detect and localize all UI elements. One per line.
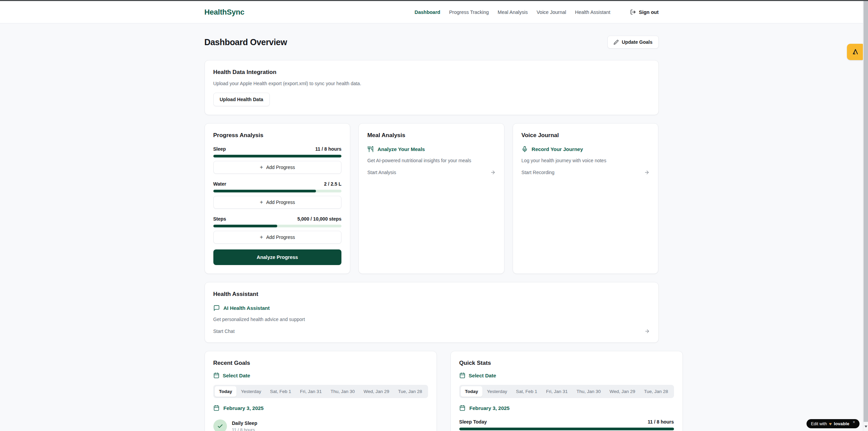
sleep-today-metric: Sleep Today 11 / 8 hours + Add Progress — [459, 419, 674, 431]
edit-with-lovable-badge[interactable]: Edit with ♥ lovable × — [807, 419, 860, 428]
metric-progress-bar — [213, 190, 342, 192]
page-title: Dashboard Overview — [205, 37, 287, 47]
nav-item[interactable]: Dashboard — [414, 10, 440, 15]
voice-journal-description: Log your health journey with voice notes — [521, 158, 650, 163]
nav-item[interactable]: Health Assistant — [575, 10, 610, 15]
date-tab[interactable]: Yesterday — [482, 386, 512, 397]
arrow-right-icon — [644, 329, 650, 334]
browser-top-strip — [0, 0, 868, 1]
add-progress-button[interactable]: + Add Progress — [213, 231, 342, 244]
lovable-brand-label: lovable — [834, 421, 849, 426]
goal-list-item: Daily Sleep 11 / 8 hours — [213, 419, 428, 431]
date-tab[interactable]: Sat, Feb 1 — [266, 386, 296, 397]
date-tab[interactable]: Wed, Jan 29 — [359, 386, 394, 397]
top-navbar: HealthSync DashboardProgress TrackingMea… — [0, 0, 863, 23]
health-assistant-description: Get personalized health advice and suppo… — [213, 317, 650, 322]
metric-label: Sleep — [213, 146, 226, 152]
metrics-list: Sleep 11 / 8 hours + Add Progress Water … — [213, 146, 342, 244]
date-tab[interactable]: Wed, Jan 29 — [605, 386, 640, 397]
voice-journal-title: Voice Journal — [521, 132, 650, 139]
metric-label: Steps — [213, 216, 226, 222]
nav-item[interactable]: Meal Analysis — [498, 10, 528, 15]
start-recording-row[interactable]: Start Recording — [521, 170, 650, 175]
add-progress-button[interactable]: + Add Progress — [213, 196, 342, 209]
plus-icon: + — [260, 234, 263, 240]
calendar-icon — [213, 372, 219, 378]
progress-analysis-card: Progress Analysis Sleep 11 / 8 hours + A… — [205, 123, 351, 274]
start-analysis-label: Start Analysis — [367, 170, 396, 175]
date-tab[interactable]: Fri, Jan 31 — [296, 386, 326, 397]
start-recording-label: Start Recording — [521, 170, 554, 175]
sign-out-icon — [630, 9, 636, 15]
ai-health-assistant-link[interactable]: AI Health Assistant — [213, 305, 650, 311]
page-scrollbar — [863, 1, 868, 431]
hdi-description: Upload your Apple Health export (export.… — [213, 81, 650, 86]
date-tab[interactable]: Today — [461, 386, 483, 397]
brand-logo[interactable]: HealthSync — [205, 8, 245, 17]
recent-goals-title: Recent Goals — [213, 360, 428, 367]
side-panel-badge-button[interactable] — [847, 44, 864, 60]
scrollbar-down-button[interactable] — [863, 422, 868, 431]
metric-value: 11 / 8 hours — [315, 146, 341, 152]
pencil-icon — [614, 40, 619, 45]
select-date-label: Select Date — [223, 373, 250, 378]
date-tab[interactable]: Sat, Feb 1 — [512, 386, 542, 397]
recent-goals-select-date[interactable]: Select Date — [213, 372, 428, 378]
date-tab[interactable]: Thu, Jan 30 — [572, 386, 605, 397]
progress-metric: Steps 5,000 / 10,000 steps + Add Progres… — [213, 216, 342, 244]
goal-complete-check-icon — [213, 419, 227, 431]
recent-goals-current-date[interactable]: February 3, 2025 — [213, 405, 428, 411]
quick-stats-select-date[interactable]: Select Date — [459, 372, 674, 378]
upload-health-data-button[interactable]: Upload Health Data — [213, 93, 270, 106]
arrow-right-icon — [644, 170, 650, 175]
heart-icon: ♥ — [829, 421, 832, 426]
analyze-your-meals-label: Analyze Your Meals — [377, 146, 425, 152]
calendar-icon — [459, 372, 465, 378]
date-tab[interactable]: Tue, Jan 28 — [394, 386, 427, 397]
stat-value: 11 / 8 hours — [648, 419, 674, 425]
chat-bubble-icon — [213, 305, 220, 311]
record-your-journey-link[interactable]: Record Your Journey — [521, 146, 650, 152]
date-tab[interactable]: Tue, Jan 28 — [640, 386, 673, 397]
quick-stats-date-tabs: TodayYesterdaySat, Feb 1Fri, Jan 31Thu, … — [459, 385, 674, 398]
start-analysis-row[interactable]: Start Analysis — [367, 170, 496, 175]
recent-goals-card: Recent Goals Select Date TodayYesterdayS… — [205, 351, 437, 431]
update-goals-label: Update Goals — [622, 39, 652, 45]
date-tab[interactable]: Today — [215, 386, 237, 397]
meal-analysis-description: Get AI-powered nutritional insights for … — [367, 158, 496, 163]
goal-name: Daily Sleep — [232, 420, 258, 426]
hdi-title: Health Data Integration — [213, 69, 650, 76]
select-date-label: Select Date — [469, 373, 496, 378]
date-tab[interactable]: Yesterday — [236, 386, 266, 397]
update-goals-button[interactable]: Update Goals — [607, 36, 658, 49]
current-date-label: February 3, 2025 — [224, 405, 264, 411]
calendar-icon — [213, 405, 219, 411]
quick-stats-title: Quick Stats — [459, 360, 674, 367]
quick-stats-current-date[interactable]: February 3, 2025 — [459, 405, 674, 411]
add-progress-button[interactable]: + Add Progress — [213, 161, 342, 174]
nav-item[interactable]: Voice Journal — [536, 10, 566, 15]
progress-metric: Water 2 / 2.5 L + Add Progress — [213, 181, 342, 209]
sign-out-button[interactable]: Sign out — [630, 9, 659, 15]
date-tab[interactable]: Thu, Jan 30 — [326, 386, 359, 397]
microphone-icon — [521, 146, 528, 152]
goal-value: 11 / 8 hours — [232, 427, 258, 431]
sleep-today-progress-bar — [459, 428, 674, 430]
analyze-your-meals-link[interactable]: Analyze Your Meals — [367, 146, 496, 152]
utensils-icon — [367, 146, 374, 152]
analyze-progress-button[interactable]: Analyze Progress — [213, 249, 342, 265]
nav-item[interactable]: Progress Tracking — [449, 10, 489, 15]
add-progress-label: Add Progress — [266, 200, 295, 205]
add-progress-label: Add Progress — [266, 165, 295, 170]
progress-metric: Sleep 11 / 8 hours + Add Progress — [213, 146, 342, 174]
calendar-icon — [459, 405, 465, 411]
start-chat-row[interactable]: Start Chat — [213, 329, 650, 334]
health-data-integration-card: Health Data Integration Upload your Appl… — [205, 60, 659, 115]
close-icon[interactable]: × — [853, 420, 855, 425]
health-assistant-card: Health Assistant AI Health Assistant Get… — [205, 282, 659, 343]
scrollbar-thumb[interactable] — [864, 1, 868, 422]
date-tab[interactable]: Fri, Jan 31 — [542, 386, 572, 397]
plus-icon: + — [260, 164, 263, 170]
plus-icon: + — [260, 199, 263, 205]
metric-progress-bar — [213, 225, 342, 227]
